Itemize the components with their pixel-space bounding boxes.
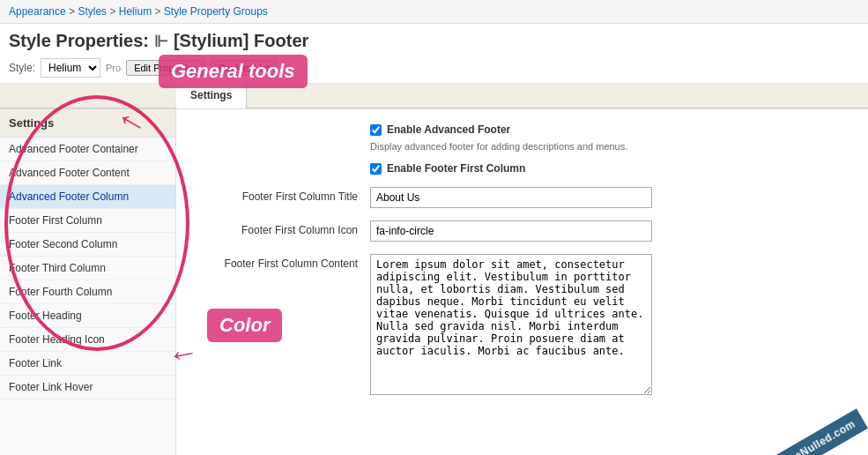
enable-footer-first-column-checkbox[interactable]	[370, 163, 382, 175]
sidebar-item-footer-heading-icon[interactable]: Footer Heading Icon	[0, 328, 175, 352]
sidebar-item-footer-fourth-column[interactable]: Footer Fourth Column	[0, 280, 175, 304]
pro-label: Pro	[106, 63, 121, 73]
sidebar-item-footer-heading[interactable]: Footer Heading	[0, 304, 175, 328]
tab-settings[interactable]: Settings	[176, 83, 247, 108]
back-to-list-button[interactable]: Back to List	[211, 60, 277, 76]
edit-properties-button[interactable]: Edit Properties	[126, 60, 205, 76]
style-bar: Style: Helium Pro Edit Properties Back t…	[0, 55, 868, 83]
tab-bar: Settings	[0, 83, 868, 108]
footer-first-column-icon-input[interactable]	[370, 220, 652, 242]
breadcrumb: Appearance > Styles > Helium > Style Pro…	[0, 0, 868, 24]
sidebar-header: Settings	[0, 109, 175, 138]
sidebar-item-footer-second-column[interactable]: Footer Second Column	[0, 233, 175, 257]
sidebar-item-advanced-footer-container[interactable]: Advanced Footer Container	[0, 138, 175, 161]
sidebar-item-advanced-footer-content[interactable]: Advanced Footer Content	[0, 161, 175, 185]
breadcrumb-styles[interactable]: Styles	[78, 5, 107, 18]
enable-footer-first-column-label: Enable Footer First Column	[387, 162, 525, 175]
page-title-icon: ⊩	[154, 32, 168, 51]
footer-first-column-content-label: Footer First Column Content	[194, 254, 370, 270]
enable-advanced-footer-desc: Display advanced footer for adding descr…	[194, 141, 850, 152]
footer-first-column-title-input[interactable]	[370, 187, 652, 208]
footer-first-column-content-control: Lorem ipsum dolor sit amet, consectetur …	[370, 254, 652, 398]
content-area: Enable Advanced Footer Display advanced …	[176, 109, 868, 455]
sidebar-item-footer-link-hover[interactable]: Footer Link Hover	[0, 376, 175, 399]
page-title: Style Properties: ⊩ [Stylium] Footer	[0, 24, 868, 55]
sidebar-item-footer-link[interactable]: Footer Link	[0, 352, 175, 376]
footer-first-column-title-control	[370, 187, 652, 208]
page-wrapper: Appearance > Styles > Helium > Style Pro…	[0, 0, 868, 455]
enable-advanced-footer-row: Enable Advanced Footer	[194, 123, 850, 136]
enable-advanced-footer-label: Enable Advanced Footer	[387, 123, 510, 136]
breadcrumb-style-property-groups[interactable]: Style Property Groups	[164, 5, 268, 18]
footer-first-column-icon-control	[370, 220, 652, 242]
page-title-suffix: [Stylium] Footer	[174, 31, 308, 51]
style-label: Style:	[9, 62, 35, 74]
breadcrumb-helium[interactable]: Helium	[119, 5, 152, 18]
footer-first-column-title-label: Footer First Column Title	[194, 187, 370, 203]
enable-advanced-footer-checkbox[interactable]	[370, 124, 382, 136]
sidebar-item-advanced-footer-column[interactable]: Advanced Footer Column	[0, 185, 175, 209]
enable-footer-first-column-row: Enable Footer First Column	[194, 162, 850, 175]
footer-first-column-content-textarea[interactable]: Lorem ipsum dolor sit amet, consectetur …	[370, 254, 652, 395]
footer-first-column-title-row: Footer First Column Title	[194, 187, 850, 208]
sidebar-item-footer-first-column[interactable]: Footer First Column	[0, 209, 175, 233]
sidebar: Settings Advanced Footer Container Advan…	[0, 109, 176, 455]
page-title-prefix: Style Properties:	[9, 31, 149, 51]
footer-first-column-icon-label: Footer First Column Icon	[194, 220, 370, 236]
footer-first-column-icon-row: Footer First Column Icon	[194, 220, 850, 242]
style-select[interactable]: Helium	[41, 58, 100, 78]
breadcrumb-appearance[interactable]: Appearance	[9, 5, 66, 18]
footer-first-column-content-row: Footer First Column Content Lorem ipsum …	[194, 254, 850, 398]
sidebar-item-footer-third-column[interactable]: Footer Third Column	[0, 257, 175, 280]
main-layout: Settings Advanced Footer Container Advan…	[0, 108, 868, 455]
